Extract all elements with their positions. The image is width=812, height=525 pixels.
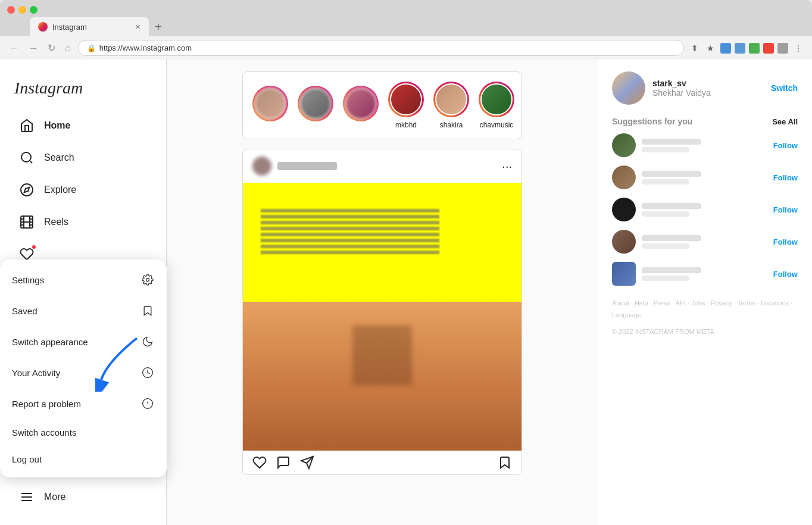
suggestion-info-2 xyxy=(642,171,767,185)
story-item-mkbhd[interactable]: mkbhd xyxy=(388,82,424,129)
story-item-shakira[interactable]: shakira xyxy=(433,82,469,129)
traffic-lights xyxy=(7,6,38,14)
footer-press-link[interactable]: Press xyxy=(654,299,670,307)
browser-tab-instagram[interactable]: Instagram ✕ xyxy=(30,17,149,36)
new-tab-button[interactable]: + xyxy=(149,20,168,34)
ig-right-panel: stark_sv Shekhar Vaidya Switch Suggestio… xyxy=(598,60,812,525)
footer-language-link[interactable]: Language xyxy=(612,311,641,318)
sidebar-item-search[interactable]: Search xyxy=(5,143,161,173)
see-all-button[interactable]: See All xyxy=(772,117,798,126)
forward-button[interactable]: → xyxy=(26,40,40,56)
user-info: stark_sv Shekhar Vaidya xyxy=(652,79,764,98)
like-button[interactable] xyxy=(252,455,267,470)
instagram-favicon xyxy=(38,22,48,32)
footer-api-link[interactable]: API xyxy=(675,299,686,307)
hamburger-icon xyxy=(19,489,35,505)
extension-icon-4[interactable] xyxy=(763,43,774,54)
story-item-1[interactable] xyxy=(252,86,288,125)
popup-settings[interactable]: Settings xyxy=(0,264,167,295)
follow-button-4[interactable]: Follow xyxy=(773,238,798,246)
switch-account-button[interactable]: Switch xyxy=(771,83,798,93)
report-icon xyxy=(140,396,155,411)
sidebar-item-more[interactable]: More xyxy=(5,482,161,512)
more-tools-button[interactable]: ⋮ xyxy=(792,41,805,55)
suggestion-sub-bar-5 xyxy=(642,276,689,281)
suggestion-avatar-3 xyxy=(612,198,636,221)
footer-privacy-link[interactable]: Privacy xyxy=(711,299,732,307)
lock-icon: 🔒 xyxy=(87,44,96,52)
extension-icon-2[interactable] xyxy=(735,43,745,54)
suggestion-item-2: Follow xyxy=(612,165,798,189)
footer-terms-link[interactable]: Terms xyxy=(738,299,755,307)
popup-switch-accounts[interactable]: Switch accounts xyxy=(0,419,167,446)
sidebar-item-explore[interactable]: Explore xyxy=(5,175,161,205)
user-summary: stark_sv Shekhar Vaidya Switch xyxy=(612,71,798,105)
activity-clock-icon xyxy=(140,365,155,380)
stories-bar: mkbhd shakira chavmusic › xyxy=(242,71,522,139)
svg-line-1 xyxy=(30,161,32,163)
share-icon[interactable]: ⬆ xyxy=(689,41,701,55)
svg-point-2 xyxy=(21,184,33,196)
minimize-window-button[interactable] xyxy=(18,6,26,14)
share-button[interactable] xyxy=(300,455,314,470)
footer-help-link[interactable]: Help xyxy=(635,299,648,307)
sidebar-item-home-label: Home xyxy=(44,120,70,131)
user-fullname: Shekhar Vaidya xyxy=(652,88,764,98)
suggestions-header: Suggestions for you See All xyxy=(612,117,798,126)
browser-chrome: Instagram ✕ + ← → ↻ ⌂ 🔒 https://www.inst… xyxy=(0,0,812,60)
follow-button-2[interactable]: Follow xyxy=(773,173,798,182)
comment-button[interactable] xyxy=(276,455,291,470)
close-window-button[interactable] xyxy=(7,6,15,14)
footer-about-link[interactable]: About xyxy=(612,299,629,307)
footer-jobs-link[interactable]: Jobs xyxy=(691,299,705,307)
suggestion-avatar-4 xyxy=(612,230,636,254)
back-button[interactable]: ← xyxy=(7,40,21,56)
suggestion-item-3: Follow xyxy=(612,198,798,221)
popup-report-problem-label: Report a problem xyxy=(12,399,81,409)
footer-copyright: © 2022 INSTAGRAM FROM META xyxy=(612,326,798,338)
suggestion-info-1 xyxy=(642,139,767,152)
story-name-chavmusic: chavmusic xyxy=(480,121,514,129)
popup-saved[interactable]: Saved xyxy=(0,295,167,326)
sidebar-item-home[interactable]: Home xyxy=(5,111,161,140)
story-name-mkbhd: mkbhd xyxy=(395,121,417,129)
instagram-logo: Instagram xyxy=(0,71,166,110)
post-image-yellow xyxy=(243,183,521,302)
popup-switch-appearance-label: Switch appearance xyxy=(12,337,88,347)
browser-titlebar xyxy=(0,0,812,14)
suggestion-avatar-5 xyxy=(612,262,636,286)
popup-your-activity[interactable]: Your Activity xyxy=(0,357,167,388)
popup-switch-accounts-label: Switch accounts xyxy=(12,427,76,438)
popup-log-out[interactable]: Log out xyxy=(0,446,167,473)
tab-bar: Instagram ✕ + xyxy=(0,14,812,36)
maximize-window-button[interactable] xyxy=(30,6,38,14)
follow-button-5[interactable]: Follow xyxy=(773,270,798,279)
story-item-3[interactable] xyxy=(343,86,379,125)
footer-locations-link[interactable]: Locations xyxy=(761,299,789,307)
tab-close-button[interactable]: ✕ xyxy=(135,23,140,31)
refresh-button[interactable]: ↻ xyxy=(45,40,58,56)
suggestion-item-5: Follow xyxy=(612,262,798,286)
popup-switch-appearance[interactable]: Switch appearance xyxy=(0,326,167,357)
suggestion-username-bar-1 xyxy=(642,139,701,145)
story-item-2[interactable] xyxy=(298,86,333,125)
sidebar-item-reels[interactable]: Reels xyxy=(5,207,161,237)
post-more-button[interactable]: ··· xyxy=(502,160,512,173)
follow-button-1[interactable]: Follow xyxy=(773,141,798,150)
popup-report-problem[interactable]: Report a problem xyxy=(0,388,167,419)
follow-button-3[interactable]: Follow xyxy=(773,205,798,214)
save-post-button[interactable] xyxy=(498,455,512,470)
post-actions xyxy=(243,451,521,474)
ig-main-feed: mkbhd shakira chavmusic › xyxy=(167,60,598,525)
extension-icon-1[interactable] xyxy=(720,43,731,54)
address-bar[interactable]: 🔒 https://www.instagram.com xyxy=(78,40,684,56)
suggestion-sub-bar-4 xyxy=(642,243,689,249)
extension-icon-5[interactable] xyxy=(777,43,788,54)
home-button[interactable]: ⌂ xyxy=(63,40,73,56)
post-user-avatar xyxy=(252,157,271,176)
extension-icon-3[interactable] xyxy=(749,43,760,54)
story-item-chavmusic[interactable]: chavmusic xyxy=(479,82,514,129)
svg-marker-3 xyxy=(24,188,29,192)
popup-log-out-label: Log out xyxy=(12,454,42,464)
bookmark-icon[interactable]: ★ xyxy=(704,41,717,55)
